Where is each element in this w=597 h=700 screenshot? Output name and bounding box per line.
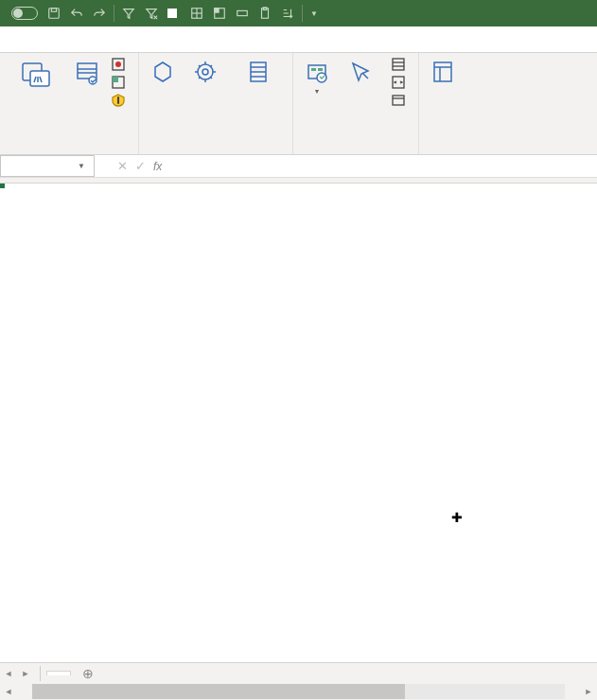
svg-rect-1 <box>51 9 56 12</box>
formula-input[interactable] <box>169 155 597 177</box>
view-code-button[interactable] <box>388 74 413 91</box>
borders-button[interactable] <box>186 2 207 25</box>
merge-button[interactable] <box>232 2 253 25</box>
insert-control-button[interactable]: ▼ <box>299 56 335 98</box>
redo-button[interactable] <box>89 2 110 25</box>
properties-button[interactable] <box>388 56 413 73</box>
group-xml <box>419 53 466 154</box>
spreadsheet-grid[interactable]: ✚ <box>0 184 597 650</box>
ribbon: ! ▼ <box>0 53 597 155</box>
clear-filter-button[interactable] <box>141 2 162 25</box>
addins-button[interactable] <box>145 56 181 90</box>
visual-basic-button[interactable] <box>6 56 66 96</box>
quick-access-toolbar: ▼ <box>0 0 597 26</box>
xml-source-button[interactable] <box>425 56 461 90</box>
freeze-button[interactable] <box>209 2 230 25</box>
group-code: ! <box>0 53 139 154</box>
macro-security-button[interactable]: ! <box>108 92 132 109</box>
group-controls: ▼ <box>293 53 419 154</box>
separator <box>114 5 114 22</box>
chevron-down-icon: ▼ <box>75 162 88 170</box>
separator <box>302 5 303 22</box>
group-addins <box>139 53 293 154</box>
sheet-tab[interactable] <box>46 671 71 675</box>
fx-icon[interactable]: fx <box>153 160 162 173</box>
qat-customize[interactable]: ▼ <box>307 2 322 25</box>
scroll-right-button[interactable]: ► <box>580 687 597 696</box>
svg-point-17 <box>115 61 121 67</box>
scroll-left-button[interactable]: ◄ <box>0 687 17 696</box>
record-macro-button[interactable] <box>108 56 132 73</box>
selection-border <box>0 184 4 187</box>
scroll-track[interactable] <box>32 684 565 699</box>
formula-bar: ▼ ✕ ✓ fx <box>0 155 597 178</box>
gridlines-toggle[interactable] <box>164 2 184 25</box>
autosave-toggle[interactable] <box>4 2 42 25</box>
horizontal-scrollbar[interactable]: ◄ ► <box>0 683 597 700</box>
svg-rect-19 <box>113 77 118 82</box>
cancel-formula-button[interactable]: ✕ <box>117 159 128 173</box>
enter-formula-button[interactable]: ✓ <box>135 159 146 173</box>
svg-rect-37 <box>434 62 451 81</box>
svg-rect-28 <box>311 68 316 71</box>
svg-rect-35 <box>393 96 404 105</box>
com-addins-button[interactable] <box>230 56 287 90</box>
paste-button[interactable] <box>255 2 275 25</box>
sheet-tab-bar: ◄ ► ⊕ <box>0 662 597 683</box>
svg-point-22 <box>202 69 208 75</box>
relative-ref-button[interactable] <box>108 74 132 91</box>
save-button[interactable] <box>44 2 64 25</box>
svg-rect-6 <box>215 9 219 12</box>
add-sheet-button[interactable]: ⊕ <box>77 665 99 682</box>
run-dialog-button[interactable] <box>388 92 413 109</box>
ribbon-tabs <box>0 26 597 53</box>
sheet-nav-next[interactable]: ► <box>17 669 34 678</box>
undo-button[interactable] <box>66 2 87 25</box>
toggle-off-icon <box>11 7 38 20</box>
sheet-nav-prev[interactable]: ◄ <box>0 669 17 678</box>
design-mode-button[interactable] <box>339 56 384 90</box>
name-box[interactable]: ▼ <box>0 155 95 177</box>
svg-text:!: ! <box>117 96 120 105</box>
macros-button[interactable] <box>70 56 104 94</box>
filter-button[interactable] <box>118 2 139 25</box>
svg-rect-7 <box>237 10 248 15</box>
scroll-thumb[interactable] <box>32 684 405 699</box>
sort-button[interactable] <box>277 2 298 25</box>
cursor-icon: ✚ <box>451 510 463 525</box>
svg-rect-31 <box>393 59 404 70</box>
chevron-down-icon: ▼ <box>314 88 321 95</box>
excel-addins-button[interactable] <box>184 56 226 90</box>
svg-rect-29 <box>318 68 323 71</box>
fill-handle[interactable] <box>0 184 5 188</box>
svg-rect-0 <box>49 9 60 19</box>
